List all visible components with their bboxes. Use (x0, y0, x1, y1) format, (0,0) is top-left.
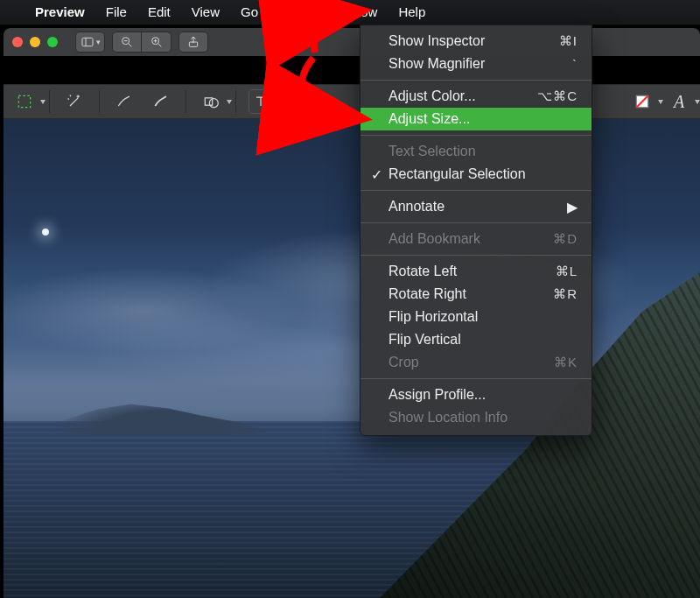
menu-item-shortcut: ⌘L (556, 264, 578, 279)
menu-item-show-magnifier[interactable]: Show Magnifier` (360, 53, 592, 75)
zoom-out-icon (120, 35, 134, 49)
menu-separator (360, 222, 592, 223)
menu-item-label: Adjust Size... (388, 111, 470, 127)
text-tool[interactable] (248, 89, 273, 114)
menu-item-rotate-left[interactable]: Rotate Left⌘L (360, 260, 592, 283)
menu-item-label: Show Magnifier (388, 56, 485, 72)
menu-item-flip-vertical[interactable]: Flip Vertical (360, 328, 592, 351)
separator (99, 90, 100, 113)
menu-item-label: Rectangular Selection (388, 166, 526, 182)
menu-item-adjust-color[interactable]: Adjust Color...⌥⌘C (360, 85, 592, 108)
menu-item-label: Show Location Info (388, 410, 508, 426)
menu-separator (360, 135, 592, 136)
menu-item-shortcut: ` (572, 57, 578, 72)
menu-item-adjust-size[interactable]: Adjust Size... (360, 108, 592, 130)
checkmark-icon: ✓ (371, 166, 382, 183)
svg-rect-0 (82, 38, 93, 46)
moon-graphic (42, 229, 49, 236)
tools-dropdown-menu: Show Inspector⌘IShow Magnifier`Adjust Co… (360, 25, 592, 436)
menu-item-label: Text Selection (388, 144, 476, 159)
svg-line-3 (129, 44, 131, 46)
menu-item-label: Assign Profile... (388, 387, 486, 403)
menu-item-shortcut: ⌥⌘C (537, 88, 578, 104)
brush-icon (152, 93, 170, 110)
menu-item-shortcut: ⌘R (553, 286, 578, 302)
app-menu[interactable]: Preview (24, 0, 95, 25)
submenu-arrow-icon: ▶ (567, 199, 578, 215)
menu-item-label: Rotate Right (388, 286, 466, 302)
image-canvas[interactable] (4, 119, 700, 598)
separator (285, 90, 286, 113)
window-titlebar: ▾ (4, 28, 700, 56)
menu-item-annotate[interactable]: Annotate▶ (360, 195, 592, 218)
menu-item-label: Flip Vertical (388, 332, 461, 348)
shapes-tool[interactable] (199, 89, 223, 114)
menu-item-label: Annotate (388, 199, 444, 215)
menu-item-label: Flip Horizontal (388, 309, 478, 325)
menubar-help[interactable]: Help (388, 0, 436, 25)
draw-tool[interactable] (149, 89, 173, 114)
fill-color-picker[interactable] (630, 89, 654, 114)
menubar-go[interactable]: Go (230, 0, 269, 25)
zoom-segment (112, 32, 172, 53)
menu-item-label: Show Inspector (388, 33, 485, 49)
share-icon (186, 35, 200, 49)
menu-separator (360, 190, 592, 191)
menu-item-rectangular-selection[interactable]: ✓Rectangular Selection (360, 163, 592, 186)
menu-item-add-bookmark: Add Bookmark⌘D (360, 228, 592, 250)
menu-item-crop: Crop⌘K (360, 351, 592, 374)
separator (235, 90, 236, 113)
menu-item-show-location-info: Show Location Info (360, 406, 592, 429)
menubar-edit[interactable]: Edit (137, 0, 181, 25)
menubar-tools[interactable]: Tools (269, 0, 320, 25)
instant-alpha-tool[interactable] (62, 89, 87, 114)
window-traffic-lights (12, 37, 58, 47)
selection-icon (16, 93, 33, 110)
text-style-picker[interactable]: A (667, 89, 691, 114)
text-icon (252, 93, 270, 110)
sketch-tool[interactable] (112, 89, 136, 114)
menubar-view[interactable]: View (181, 0, 230, 25)
menu-item-shortcut: ⌘I (559, 33, 578, 49)
menu-item-label: Adjust Color... (388, 88, 476, 104)
sidebar-toggle-button[interactable]: ▾ (75, 32, 105, 53)
chevron-down-icon: ▾ (96, 38, 101, 46)
menubar-window[interactable]: Window (320, 0, 388, 25)
menu-item-show-inspector[interactable]: Show Inspector⌘I (360, 30, 592, 53)
menu-separator (360, 80, 592, 81)
menu-item-label: Crop (388, 355, 419, 370)
zoom-button[interactable] (47, 37, 58, 47)
magic-wand-icon (66, 93, 83, 110)
menubar-file[interactable]: File (95, 0, 137, 25)
zoom-out-button[interactable] (112, 32, 142, 53)
menu-item-shortcut: ⌘K (554, 355, 578, 370)
zoom-in-button[interactable] (142, 32, 172, 53)
svg-line-11 (70, 98, 78, 106)
color-swatch-icon (634, 93, 651, 110)
separator (186, 90, 186, 113)
menu-item-label: Add Bookmark (388, 231, 480, 247)
markup-toolbar: A (4, 84, 700, 119)
zoom-in-icon (150, 35, 164, 49)
menu-separator (360, 255, 592, 256)
menu-item-shortcut: ⌘D (553, 231, 578, 247)
share-button[interactable] (178, 32, 208, 53)
separator (49, 90, 50, 113)
menu-item-text-selection: Text Selection (360, 140, 592, 163)
svg-rect-10 (18, 95, 30, 107)
pencil-icon (116, 93, 133, 110)
menu-separator (360, 378, 592, 379)
svg-point-13 (209, 99, 218, 108)
close-button[interactable] (12, 37, 23, 47)
mac-menubar: Preview File Edit View Go Tools Window H… (0, 0, 700, 25)
sidebar-icon (80, 35, 94, 49)
menu-item-flip-horizontal[interactable]: Flip Horizontal (360, 306, 592, 328)
menu-item-label: Rotate Left (388, 264, 457, 279)
svg-line-6 (158, 44, 161, 46)
minimize-button[interactable] (30, 37, 40, 47)
menu-item-rotate-right[interactable]: Rotate Right⌘R (360, 283, 592, 306)
menu-item-assign-profile[interactable]: Assign Profile... (360, 383, 592, 406)
shapes-icon (202, 93, 220, 110)
selection-tool[interactable] (12, 89, 37, 114)
